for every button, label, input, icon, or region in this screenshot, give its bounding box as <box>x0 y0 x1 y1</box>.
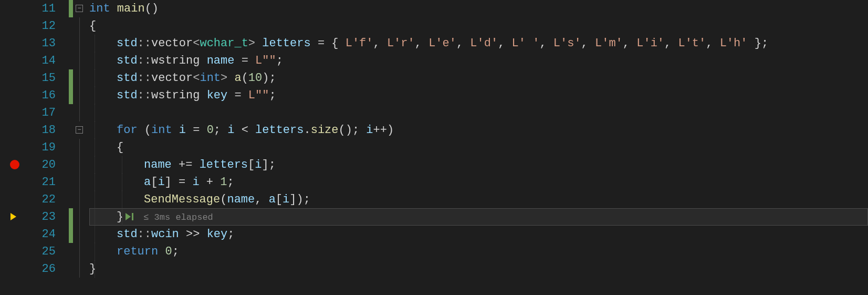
fold-column[interactable]: −− <box>75 0 87 295</box>
glyph-row[interactable] <box>0 260 25 278</box>
code-text[interactable]: int main() <box>89 2 159 15</box>
code-line[interactable]: std::wcin >> key; <box>89 226 868 243</box>
code-text[interactable]: a[i] = i + 1; <box>89 176 234 189</box>
indent-guide <box>95 243 95 260</box>
line-number[interactable]: 13 <box>25 35 56 52</box>
run-to-click-icon[interactable] <box>126 208 136 226</box>
line-number[interactable]: 14 <box>25 52 56 69</box>
code-area[interactable]: int main(){std::vector<wchar_t> letters … <box>87 0 868 295</box>
line-number[interactable]: 21 <box>25 174 56 191</box>
glyph-margin[interactable] <box>0 0 25 295</box>
fold-row[interactable] <box>75 52 87 69</box>
code-text[interactable]: return 0; <box>89 245 179 258</box>
change-indicator-column <box>67 0 75 295</box>
glyph-row[interactable] <box>0 35 25 52</box>
code-line[interactable]: { <box>89 17 868 35</box>
fold-row[interactable] <box>75 87 87 104</box>
code-text[interactable]: SendMessage(name, a[i]); <box>89 193 310 206</box>
glyph-row[interactable] <box>0 226 25 243</box>
indent-guide <box>95 52 95 69</box>
line-number[interactable]: 15 <box>25 69 56 87</box>
fold-row[interactable] <box>75 260 87 278</box>
line-number[interactable]: 18 <box>25 121 56 139</box>
fold-toggle-icon[interactable]: − <box>76 5 83 12</box>
code-editor[interactable]: 11121314151617181920212223242526 −− int … <box>0 0 868 295</box>
indent-guide <box>122 174 122 191</box>
line-number[interactable]: 22 <box>25 191 56 208</box>
fold-row[interactable] <box>75 104 87 121</box>
code-text[interactable]: std::wcin >> key; <box>89 228 234 241</box>
line-number[interactable]: 12 <box>25 17 56 35</box>
glyph-row[interactable] <box>0 69 25 87</box>
indent-guide <box>95 69 95 87</box>
code-text[interactable]: name += letters[i]; <box>89 158 276 171</box>
code-line[interactable]: std::wstring key = L""; <box>89 87 868 104</box>
glyph-row[interactable] <box>0 139 25 156</box>
code-line[interactable]: std::wstring name = L""; <box>89 52 868 69</box>
indent-guide <box>95 208 95 226</box>
fold-row[interactable] <box>75 35 87 52</box>
code-line[interactable]: return 0; <box>89 243 868 260</box>
line-number[interactable]: 26 <box>25 260 56 278</box>
fold-row[interactable] <box>75 174 87 191</box>
fold-row[interactable] <box>75 17 87 35</box>
line-number[interactable]: 16 <box>25 87 56 104</box>
code-line[interactable]: name += letters[i]; <box>89 156 868 174</box>
code-text[interactable]: std::vector<int> a(10); <box>89 72 276 85</box>
glyph-row[interactable] <box>0 174 25 191</box>
fold-row[interactable]: − <box>75 121 87 139</box>
code-line[interactable]: int main() <box>89 0 868 17</box>
fold-row[interactable] <box>75 191 87 208</box>
fold-row[interactable]: − <box>75 0 87 17</box>
code-line[interactable] <box>89 104 868 121</box>
code-line[interactable]: }≤ 3ms elapsed <box>89 208 868 226</box>
glyph-row[interactable] <box>0 208 25 226</box>
breakpoint-icon[interactable] <box>10 160 19 169</box>
fold-row[interactable] <box>75 226 87 243</box>
glyph-row[interactable] <box>0 243 25 260</box>
code-text[interactable]: std::vector<wchar_t> letters = { L'f', L… <box>89 37 768 50</box>
fold-toggle-icon[interactable]: − <box>76 126 83 134</box>
line-number[interactable]: 11 <box>25 0 56 17</box>
code-line[interactable]: { <box>89 139 868 156</box>
code-line[interactable]: } <box>89 260 868 278</box>
line-number[interactable]: 25 <box>25 243 56 260</box>
glyph-row[interactable] <box>0 104 25 121</box>
line-number[interactable]: 19 <box>25 139 56 156</box>
current-statement-icon <box>11 213 16 220</box>
fold-row[interactable] <box>75 69 87 87</box>
line-number-column[interactable]: 11121314151617181920212223242526 <box>25 0 67 295</box>
code-line[interactable]: std::vector<int> a(10); <box>89 69 868 87</box>
fold-row[interactable] <box>75 243 87 260</box>
change-row <box>67 0 75 17</box>
line-number[interactable]: 24 <box>25 226 56 243</box>
glyph-row[interactable] <box>0 191 25 208</box>
fold-row[interactable] <box>75 139 87 156</box>
code-text[interactable]: std::wstring name = L""; <box>89 54 283 67</box>
line-number[interactable]: 17 <box>25 104 56 121</box>
code-line[interactable]: SendMessage(name, a[i]); <box>89 191 868 208</box>
code-line[interactable]: for (int i = 0; i < letters.size(); i++) <box>89 121 868 139</box>
fold-row[interactable] <box>75 208 87 226</box>
fold-guide <box>79 174 80 191</box>
code-text[interactable]: for (int i = 0; i < letters.size(); i++) <box>89 124 394 137</box>
line-number[interactable]: 20 <box>25 156 56 174</box>
modified-indicator <box>69 208 73 226</box>
glyph-row[interactable] <box>0 0 25 17</box>
glyph-row[interactable] <box>0 121 25 139</box>
glyph-row[interactable] <box>0 87 25 104</box>
line-number[interactable]: 23 <box>25 208 56 226</box>
indent-guide <box>95 156 95 174</box>
code-text[interactable]: { <box>89 19 96 33</box>
glyph-row[interactable] <box>0 156 25 174</box>
code-line[interactable]: a[i] = i + 1; <box>89 174 868 191</box>
code-text[interactable]: std::wstring key = L""; <box>89 89 276 102</box>
code-line[interactable]: std::vector<wchar_t> letters = { L'f', L… <box>89 35 868 52</box>
modified-indicator <box>69 0 73 17</box>
glyph-row[interactable] <box>0 17 25 35</box>
glyph-row[interactable] <box>0 52 25 69</box>
code-text[interactable]: } <box>89 262 96 276</box>
change-row <box>67 17 75 35</box>
change-row <box>67 243 75 260</box>
fold-row[interactable] <box>75 156 87 174</box>
